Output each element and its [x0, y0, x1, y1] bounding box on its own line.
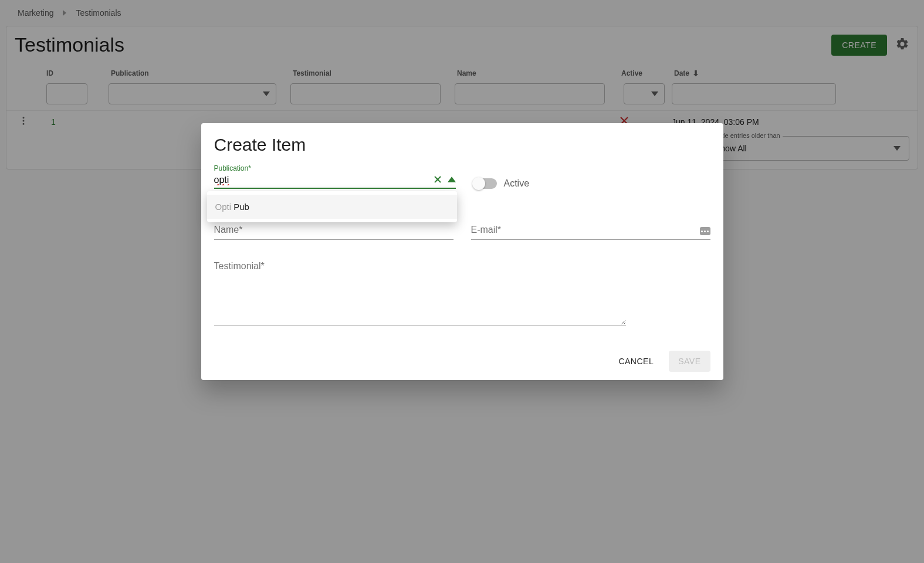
cancel-button[interactable]: CANCEL [612, 352, 659, 371]
publication-input[interactable] [214, 172, 456, 189]
dropdown-item[interactable]: Opti Pub [207, 195, 457, 219]
suggestion-matched-text: Opti [215, 202, 232, 212]
active-toggle-label: Active [504, 178, 530, 189]
active-toggle[interactable] [473, 178, 497, 189]
clear-x-icon[interactable] [434, 175, 442, 185]
active-toggle-wrap: Active [473, 178, 530, 189]
modal-title: Create Item [214, 135, 710, 155]
publication-label: Publication* [214, 164, 456, 172]
create-item-modal: Create Item Publication* Opti [201, 123, 723, 380]
name-field: Name* [214, 222, 453, 240]
email-input[interactable] [471, 222, 710, 240]
autofill-icon[interactable] [700, 227, 710, 235]
testimonial-textarea[interactable] [214, 261, 626, 325]
save-button[interactable]: SAVE [669, 351, 710, 372]
name-input[interactable] [214, 222, 453, 240]
email-field: E-mail* [471, 222, 710, 240]
publication-field: Publication* Opti Pub [214, 164, 456, 189]
modal-overlay[interactable]: Create Item Publication* Opti [0, 0, 924, 563]
suggestion-rest-text: Pub [231, 202, 249, 212]
testimonial-field: Testimonial* [214, 261, 626, 327]
caret-up-icon[interactable] [448, 175, 456, 185]
publication-dropdown: Opti Pub [207, 191, 457, 222]
